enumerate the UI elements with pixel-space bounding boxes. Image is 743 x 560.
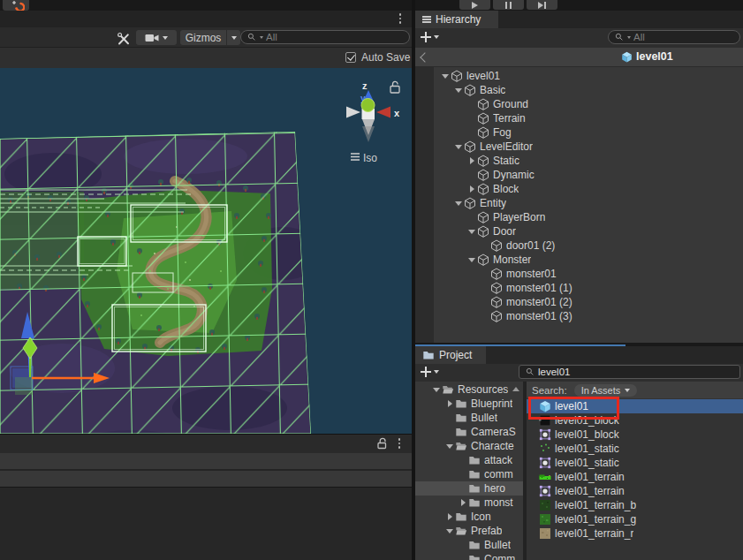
folder-hero[interactable]: hero xyxy=(415,481,523,496)
result-level01-terrain-g[interactable]: level01_terrain_g xyxy=(527,512,743,526)
expand-arrow-icon[interactable] xyxy=(466,253,477,267)
gizmos-caret-button[interactable] xyxy=(226,30,240,45)
result-level01[interactable]: level01 xyxy=(527,399,743,413)
hierarchy-item-monster01-1[interactable]: monster01 (1) xyxy=(415,281,743,295)
gameobject-icon xyxy=(490,296,503,308)
hierarchy-item-monster01[interactable]: monster01 xyxy=(415,267,743,281)
expand-arrow-icon[interactable] xyxy=(453,196,464,210)
folder-attack[interactable]: attack xyxy=(415,453,523,467)
gizmos-button[interactable]: Gizmos xyxy=(180,30,226,45)
hierarchy-item-door[interactable]: Door xyxy=(415,224,743,238)
bottom-panel-row[interactable] xyxy=(0,471,412,487)
projection-label: Iso xyxy=(363,152,377,164)
chevron-down-icon xyxy=(231,36,237,40)
folder-prefab[interactable]: Prefab xyxy=(415,524,523,538)
folder-character[interactable]: Characte xyxy=(415,439,523,453)
result-level01-terrain-mesh[interactable]: level01_terrain xyxy=(527,484,743,498)
tab-hierarchy[interactable]: Hierarchy xyxy=(415,11,498,28)
result-level01-static-prefab[interactable]: level01_static xyxy=(527,442,743,456)
expand-arrow-icon[interactable] xyxy=(440,69,451,83)
expand-arrow-icon[interactable] xyxy=(458,496,468,510)
hierarchy-item-entity[interactable]: Entity xyxy=(415,196,743,210)
folder-icon xyxy=(468,454,481,466)
mesh-icon xyxy=(539,428,551,441)
project-search-input[interactable] xyxy=(538,367,734,377)
hierarchy-item-block[interactable]: Block xyxy=(415,182,743,196)
result-level01-block-tex[interactable]: level01_block xyxy=(527,413,743,428)
result-level01-terrain-r[interactable]: level01_terrain_r xyxy=(527,526,743,541)
hierarchy-item-monster01-2[interactable]: monster01 (2) xyxy=(415,295,743,309)
hierarchy-item-monster01-3[interactable]: monster01 (3) xyxy=(415,309,743,323)
gizmos-dropdown[interactable]: Gizmos xyxy=(180,30,240,45)
folder-resources[interactable]: Resources xyxy=(415,382,523,397)
bottom-panel-row[interactable] xyxy=(0,453,412,469)
expand-arrow-icon[interactable] xyxy=(453,83,464,97)
expand-arrow-icon[interactable] xyxy=(444,524,455,538)
search-icon xyxy=(246,32,257,42)
hierarchy-item-door01[interactable]: door01 (2) xyxy=(415,238,743,253)
folder-open-icon xyxy=(455,525,467,537)
chevron-down-icon xyxy=(163,36,168,40)
hierarchy-create-button[interactable] xyxy=(421,32,439,42)
folder-blueprint[interactable]: Blueprint xyxy=(415,397,523,411)
terrain-data-icon xyxy=(539,471,551,483)
prefab-cube-icon xyxy=(539,400,551,412)
pause-button[interactable] xyxy=(493,0,524,10)
scene-search-field[interactable] xyxy=(240,30,410,44)
scene-viewport[interactable]: z y x Iso xyxy=(0,68,412,434)
hierarchy-search-input[interactable] xyxy=(633,32,734,42)
folder-monster[interactable]: monst xyxy=(415,496,523,510)
expand-arrow-icon[interactable] xyxy=(453,140,464,154)
scene-camera-dropdown[interactable] xyxy=(136,30,177,45)
folder-bullet-2[interactable]: Bullet xyxy=(415,538,523,552)
axis-y-ball[interactable] xyxy=(361,99,375,112)
step-button[interactable] xyxy=(527,0,557,10)
hierarchy-search-field[interactable] xyxy=(608,30,740,44)
result-level01-block-mesh[interactable]: level01_block xyxy=(527,428,743,442)
folder-comm-2[interactable]: Comm xyxy=(415,552,523,560)
gameobject-icon xyxy=(477,211,489,223)
folder-comm[interactable]: comm xyxy=(415,467,523,481)
folder-icon-dir[interactable]: Icon xyxy=(415,510,523,524)
auto-save-checkbox[interactable] xyxy=(345,52,356,63)
hierarchy-item-fog[interactable]: Fog xyxy=(415,125,743,140)
expand-arrow-icon[interactable] xyxy=(444,510,455,524)
tools-icon[interactable] xyxy=(117,32,131,46)
folder-bullet[interactable]: Bullet xyxy=(415,411,523,425)
hierarchy-item-ground[interactable]: Ground xyxy=(415,97,743,111)
plus-icon xyxy=(421,367,431,377)
top-left-tool-button[interactable] xyxy=(3,0,29,11)
breadcrumb-prefab-name: level01 xyxy=(636,50,673,63)
hierarchy-item-leveleditor[interactable]: LevelEditor xyxy=(415,140,743,154)
hierarchy-item-basic[interactable]: Basic xyxy=(415,83,743,97)
result-level01-terrain-data[interactable]: level01_terrain xyxy=(527,470,743,484)
hierarchy-item-static[interactable]: Static xyxy=(415,154,743,168)
folder-cameras[interactable]: CameraS xyxy=(415,425,523,439)
project-create-button[interactable] xyxy=(421,367,439,377)
search-scope-dropdown[interactable]: In Assets xyxy=(574,384,638,397)
hierarchy-item-terrain[interactable]: Terrain xyxy=(415,111,743,125)
lock-icon[interactable] xyxy=(376,437,389,450)
tab-project[interactable]: Project xyxy=(415,346,486,364)
result-level01-terrain-b[interactable]: level01_terrain_b xyxy=(527,498,743,512)
expand-arrow-icon[interactable] xyxy=(466,224,477,238)
folder-icon xyxy=(468,482,481,495)
hierarchy-tab-label: Hierarchy xyxy=(436,13,481,26)
folder-open-icon xyxy=(455,440,467,452)
result-level01-static-mesh[interactable]: level01_static xyxy=(527,456,743,470)
expand-arrow-icon[interactable] xyxy=(444,439,455,453)
scene-search-input[interactable] xyxy=(266,32,404,42)
expand-arrow-icon[interactable] xyxy=(466,154,477,168)
hierarchy-item-monster[interactable]: Monster xyxy=(415,253,743,267)
hierarchy-item-playerborn[interactable]: PlayerBorn xyxy=(415,210,743,224)
hierarchy-item-dynamic[interactable]: Dynamic xyxy=(415,168,743,182)
black-texture-icon xyxy=(539,414,551,427)
expand-arrow-icon[interactable] xyxy=(431,382,442,397)
project-search-field[interactable] xyxy=(519,365,740,379)
bottom-panel-kebab-icon[interactable] xyxy=(395,437,404,450)
hierarchy-item-level01[interactable]: level01 xyxy=(415,69,743,83)
scene-menu-kebab-icon[interactable] xyxy=(396,12,405,25)
expand-arrow-icon[interactable] xyxy=(466,182,477,196)
expand-arrow-icon[interactable] xyxy=(444,397,455,411)
play-button[interactable] xyxy=(459,0,490,10)
